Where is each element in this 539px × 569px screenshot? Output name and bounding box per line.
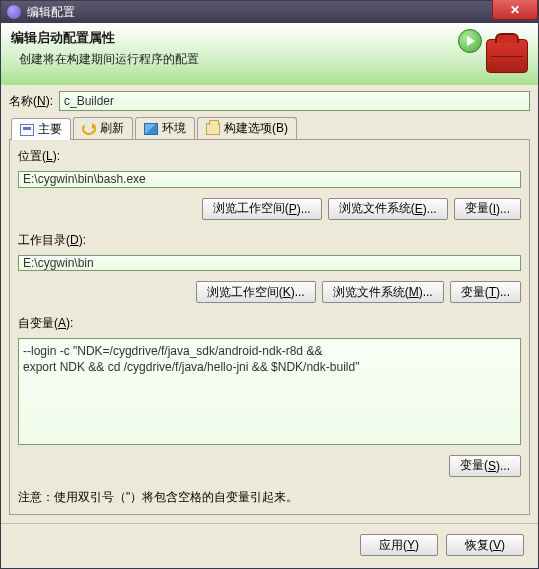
tab-refresh[interactable]: 刷新 [73, 117, 133, 139]
env-icon [144, 123, 158, 135]
tab-build[interactable]: 构建选项(B) [197, 117, 297, 139]
main-icon [20, 124, 34, 136]
tabs: 主要 刷新 环境 构建选项(B) [9, 117, 530, 140]
tab-area: 主要 刷新 环境 构建选项(B) 位置(L): [9, 117, 530, 515]
tab-env[interactable]: 环境 [135, 117, 195, 139]
tab-main-label: 主要 [38, 121, 62, 138]
tab-panel-main: 位置(L): 浏览工作空间(P)... 浏览文件系统(E)... 变量(I)..… [9, 140, 530, 515]
location-input[interactable] [18, 171, 521, 188]
tab-main[interactable]: 主要 [11, 118, 71, 140]
content: 名称(N): 主要 刷新 环境 构建选项( [1, 85, 538, 523]
close-button[interactable]: ✕ [492, 0, 538, 20]
name-input[interactable] [59, 91, 530, 111]
close-icon: ✕ [510, 3, 520, 17]
workdir-button-row: 浏览工作空间(K)... 浏览文件系统(M)... 变量(T)... [18, 281, 521, 303]
tab-env-label: 环境 [162, 120, 186, 137]
name-row: 名称(N): [9, 91, 530, 111]
tab-refresh-label: 刷新 [100, 120, 124, 137]
tab-build-label: 构建选项(B) [224, 120, 288, 137]
banner-heading: 编辑启动配置属性 [11, 29, 528, 47]
workdir-variables-button[interactable]: 变量(T)... [450, 281, 521, 303]
name-label-post: ): [46, 94, 53, 108]
banner-icons [458, 29, 528, 73]
location-button-row: 浏览工作空间(P)... 浏览文件系统(E)... 变量(I)... [18, 198, 521, 220]
location-browse-workspace-button[interactable]: 浏览工作空间(P)... [202, 198, 322, 220]
workdir-input[interactable] [18, 255, 521, 272]
window-title: 编辑配置 [27, 4, 75, 21]
args-variables-button[interactable]: 变量(S)... [449, 455, 521, 477]
args-label: 自变量(A): [18, 315, 521, 332]
args-textarea[interactable] [18, 338, 521, 445]
apply-button[interactable]: 应用(Y) [360, 534, 438, 556]
refresh-icon [82, 123, 96, 135]
quote-note: 注意：使用双引号（"）将包含空格的自变量引起来。 [18, 489, 521, 506]
location-browse-filesystem-button[interactable]: 浏览文件系统(E)... [328, 198, 448, 220]
play-icon [458, 29, 482, 53]
location-variables-button[interactable]: 变量(I)... [454, 198, 521, 220]
revert-button[interactable]: 恢复(V) [446, 534, 524, 556]
banner-sub: 创建将在构建期间运行程序的配置 [19, 51, 528, 68]
workdir-label: 工作目录(D): [18, 232, 521, 249]
workdir-browse-workspace-button[interactable]: 浏览工作空间(K)... [196, 281, 316, 303]
name-label: 名称(N): [9, 93, 53, 110]
build-icon [206, 123, 220, 135]
name-label-pre: 名称( [9, 94, 37, 108]
args-button-row: 变量(S)... [18, 455, 521, 477]
titlebar: 编辑配置 ✕ [1, 1, 538, 23]
workdir-browse-filesystem-button[interactable]: 浏览文件系统(M)... [322, 281, 444, 303]
window: 编辑配置 ✕ 编辑启动配置属性 创建将在构建期间运行程序的配置 名称(N): 主… [0, 0, 539, 569]
app-icon [7, 5, 21, 19]
footer: 应用(Y) 恢复(V) [1, 523, 538, 568]
location-label: 位置(L): [18, 148, 521, 165]
banner: 编辑启动配置属性 创建将在构建期间运行程序的配置 [1, 23, 538, 85]
toolbox-icon [486, 39, 528, 73]
name-label-u: N [37, 94, 46, 108]
